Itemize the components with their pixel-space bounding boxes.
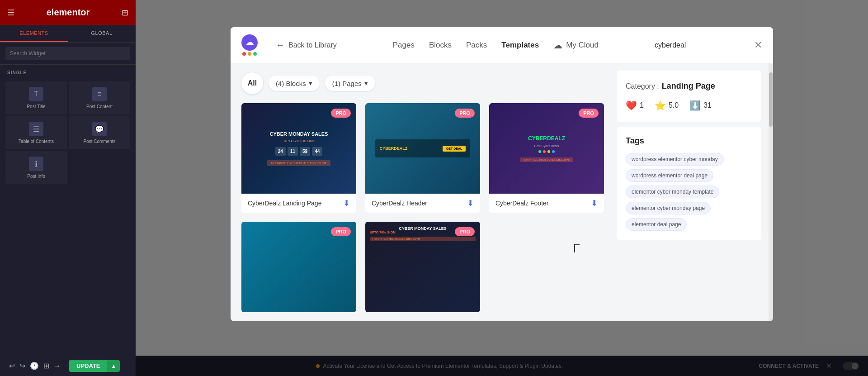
scrollbar-thumb (769, 72, 773, 127)
widget-post-title[interactable]: T Post Title (5, 81, 67, 114)
nav-blocks[interactable]: Blocks (429, 39, 452, 52)
cd-24: 24 (275, 147, 286, 156)
stat-downloads: ⬇️ 31 (689, 100, 712, 111)
template-grid: CYBER MONDAY SALESUPTO 70% IS ON! 24 11 … (241, 103, 604, 312)
download-count-icon: ⬇️ (689, 100, 701, 111)
footer-dots (538, 150, 555, 153)
arrow-right-icon[interactable]: → (54, 362, 61, 370)
template-card-5[interactable]: CYBER MONDAY SALES UPTO 70% IS ON! HORRI… (365, 222, 480, 312)
post-info-label: Post Info (27, 174, 45, 179)
close-icon[interactable]: ✕ (754, 39, 762, 51)
back-label: Back to Library (288, 41, 337, 49)
logo-dot-yellow (248, 52, 251, 56)
tags-title: Tags (626, 136, 752, 146)
download-icon-3[interactable]: ⬇ (591, 198, 598, 208)
download-icon-2[interactable]: ⬇ (467, 198, 474, 208)
dot-1 (538, 150, 541, 153)
tab-global[interactable]: GLOBAL (68, 25, 136, 42)
post-title-label: Post Title (27, 104, 45, 109)
template-card-1[interactable]: CYBER MONDAY SALESUPTO 70% IS ON! 24 11 … (241, 103, 356, 213)
pro-badge-5: PRO (455, 227, 475, 236)
widget-grid: T Post Title ≡ Post Content ☰ Table of C… (0, 78, 136, 188)
toc-label: Table of Contents (19, 139, 54, 144)
search-input-modal[interactable] (655, 41, 745, 49)
logo-dot-red (242, 52, 246, 56)
bottom-actions: ↩ ↪ 🕐 ⊞ → UPDATE ▲ (9, 360, 120, 372)
star-icon: ⭐ (655, 100, 666, 111)
tag-3[interactable]: elementor cyber monday page (626, 202, 711, 214)
sidebar-tabs: ELEMENTS GLOBAL (0, 25, 136, 43)
history-icon[interactable]: 🕐 (30, 362, 39, 370)
search-input[interactable] (5, 47, 130, 60)
nav-templates[interactable]: Templates (501, 39, 539, 52)
update-dropdown-btn[interactable]: ▲ (107, 360, 120, 372)
undo-icon[interactable]: ↩ (9, 362, 15, 370)
sidebar-header: ☰ elementor ⊞ (0, 0, 136, 25)
template-thumb-1: CYBER MONDAY SALESUPTO 70% IS ON! 24 11 … (241, 103, 356, 194)
update-main-btn[interactable]: UPDATE (69, 360, 107, 372)
dot-3 (547, 150, 550, 153)
template-thumb-5: CYBER MONDAY SALES UPTO 70% IS ON! HORRI… (365, 222, 480, 312)
tab-elements[interactable]: ELEMENTS (0, 25, 68, 42)
pro-badge-2: PRO (455, 109, 475, 118)
filter-pages-label: (1) Pages (332, 80, 362, 87)
widget-post-info[interactable]: ℹ Post Info (5, 151, 67, 184)
nav-packs[interactable]: Packs (466, 39, 487, 52)
elementor-logo: elementor (47, 7, 90, 18)
template-thumb-4: PRO (241, 222, 356, 312)
widget-post-comments[interactable]: 💬 Post Comments (69, 116, 130, 149)
category-value: Landing Page (662, 81, 715, 91)
widget-toc[interactable]: ☰ Table of Contents (5, 116, 67, 149)
template-card-3[interactable]: CYBERDEALZ Best Cyber Deals (489, 103, 604, 213)
download-icon-1[interactable]: ⬇ (343, 198, 350, 208)
filter-blocks-label: (4) Blocks (276, 80, 306, 87)
filter-all-btn[interactable]: All (241, 72, 263, 94)
tag-2[interactable]: elementor cyber monday template (626, 186, 719, 198)
tags-card: Tags wordpress elementor cyber monday wo… (617, 127, 761, 240)
update-btn-group: UPDATE ▲ (69, 360, 120, 372)
pro-badge-3: PRO (579, 109, 599, 118)
template-name-1: CyberDealz Landing Page (248, 200, 321, 207)
widget-post-content[interactable]: ≡ Post Content (69, 81, 130, 114)
tag-1[interactable]: wordpress elementor deal page (626, 169, 713, 182)
filter-pages-chevron: ▾ (364, 79, 368, 87)
template-card-4[interactable]: PRO (241, 222, 356, 312)
footer-banner: HORRIFIC CYBER DEALS DISCOUNT (520, 157, 573, 162)
logo-dot-green (253, 52, 257, 56)
my-cloud-btn[interactable]: ☁ My Cloud (553, 40, 599, 51)
tag-0[interactable]: wordpress elementor cyber monday (626, 153, 724, 166)
search-area (0, 43, 136, 65)
filter-blocks-btn[interactable]: (4) Blocks ▾ (269, 76, 320, 91)
stat-rating: ⭐ 5.0 (655, 100, 679, 111)
category-row: Category : Landing Page (626, 81, 752, 91)
template-info-2: CyberDealz Header ⬇ (365, 194, 480, 213)
modal-overlay: ☁ ← Back to Library Pages Blocks (136, 0, 868, 376)
post-content-icon: ≡ (92, 87, 107, 101)
hamburger-icon[interactable]: ☰ (7, 8, 14, 18)
cyber-banner-5: HORRIFIC CYBER DEALS DISCOUNT (370, 237, 476, 241)
nav-pages[interactable]: Pages (393, 39, 415, 52)
template-name-2: CyberDealz Header (372, 200, 427, 207)
stats-row: ❤️ 1 ⭐ 5.0 ⬇️ 31 (626, 100, 752, 111)
downloads-count: 31 (703, 101, 712, 109)
template-library-modal: ☁ ← Back to Library Pages Blocks (231, 27, 773, 321)
template-info-1: CyberDealz Landing Page ⬇ (241, 194, 356, 213)
editor-main: ☁ ← Back to Library Pages Blocks (136, 0, 868, 376)
responsive-icon[interactable]: ⊞ (43, 362, 49, 370)
redo-icon[interactable]: ↪ (19, 362, 25, 370)
template-card-2[interactable]: CYBERDEALZ GET DEAL PRO CyberDealz Heade… (365, 103, 480, 213)
header-mock: CYBERDEALZ GET DEAL (375, 139, 471, 157)
modal-scrollbar[interactable] (769, 63, 773, 321)
grid-icon[interactable]: ⊞ (122, 8, 128, 18)
cd-11: 11 (288, 147, 298, 156)
modal-nav: Pages Blocks Packs Templates ☁ My Cloud (351, 39, 640, 52)
pro-badge-1: PRO (331, 109, 351, 118)
tag-4[interactable]: elementor deal page (626, 218, 687, 231)
info-card: Category : Landing Page ❤️ 1 ⭐ (617, 71, 761, 122)
back-to-library-btn[interactable]: ← Back to Library (276, 40, 337, 50)
template-thumb-3: CYBERDEALZ Best Cyber Deals (489, 103, 604, 194)
heart-icon: ❤️ (626, 100, 637, 111)
post-title-icon: T (29, 87, 43, 101)
filter-pages-btn[interactable]: (1) Pages ▾ (325, 76, 375, 91)
pro-badge-4: PRO (331, 227, 351, 236)
